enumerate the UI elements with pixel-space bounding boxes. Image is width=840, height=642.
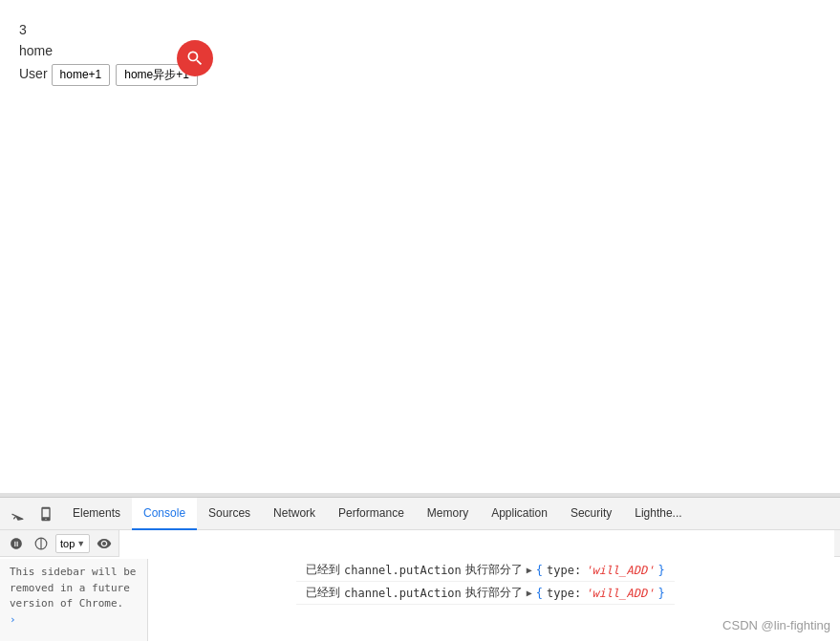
cursor-icon [10,506,25,522]
browser-content: 3 home User home+1 home异步+1 [0,0,840,497]
sidebar-text: This sidebar will be removed in a future… [10,565,138,612]
tab-console[interactable]: Console [132,498,197,530]
sidebar-chevron[interactable]: › [10,612,138,629]
devtools-tab-bar: Elements Console Sources Network Perform… [0,498,840,530]
tab-application[interactable]: Application [480,498,559,530]
filter-button[interactable] [31,533,52,554]
tab-network[interactable]: Network [262,498,327,530]
console-sidebar: This sidebar will be removed in a future… [0,559,148,641]
eye-icon [97,536,112,551]
page-line-1: 3 [19,19,821,40]
devtools-panel: Elements Console Sources Network Perform… [0,497,840,642]
device-toolbar-button[interactable] [32,501,59,527]
inspect-icon-button[interactable] [4,501,31,527]
tab-elements[interactable]: Elements [61,498,132,530]
tag-buttons-container: home+1 home异步+1 [52,64,198,86]
tab-lighthouse[interactable]: Lighthe... [623,498,693,530]
search-icon [185,49,205,68]
tab-memory[interactable]: Memory [416,498,480,530]
filter-icon [34,537,48,550]
tag-button-1[interactable]: home+1 [52,64,111,86]
console-output-area: This sidebar will be removed in a future… [0,557,840,642]
console-line-1: 已经到 channel.putAction 执行部分了 ▶ { type: 'w… [296,559,675,582]
expand-arrow-1[interactable]: ▶ [527,565,532,575]
console-line-2: 已经到 channel.putAction 执行部分了 ▶ { type: 'w… [296,582,675,605]
clear-console-button[interactable] [6,533,27,554]
console-input[interactable] [118,530,834,557]
console-toolbar: top ▼ [0,530,840,557]
tab-performance[interactable]: Performance [327,498,416,530]
tab-security[interactable]: Security [559,498,623,530]
ban-icon [10,537,23,550]
device-icon [38,506,54,522]
eye-button[interactable] [94,533,115,554]
context-selector[interactable]: top ▼ [55,534,90,553]
tab-sources[interactable]: Sources [197,498,262,530]
expand-arrow-2[interactable]: ▶ [527,588,532,598]
search-button[interactable] [177,40,213,76]
page-line-2: home [19,40,821,61]
page-line-3: User [19,63,48,84]
console-messages: 已经到 channel.putAction 执行部分了 ▶ { type: 'w… [296,559,675,642]
dropdown-arrow-icon: ▼ [76,539,85,548]
csdn-watermark: CSDN @lin-fighting [722,618,830,632]
